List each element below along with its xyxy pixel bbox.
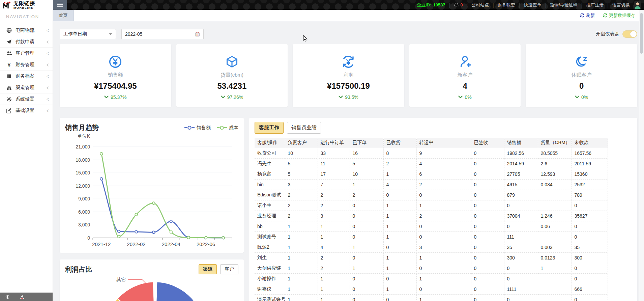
sidebar-item-payment-request[interactable]: 付款申请 < xyxy=(0,36,53,47)
stat-card-dormant-customers: 休眠客户 0 0% xyxy=(526,44,637,107)
date-type-select[interactable]: 工作单日期 xyxy=(60,29,116,39)
dashboard-toggle[interactable] xyxy=(622,30,637,38)
table-cell: 0 xyxy=(471,274,504,284)
stat-card-label: 货量(cbm) xyxy=(221,72,243,78)
table-cell: 天创供应链 xyxy=(255,263,285,274)
table-cell: 666 xyxy=(572,284,608,295)
stat-card-label: 休眠客户 xyxy=(572,72,592,78)
table-cell: 0 xyxy=(350,253,383,263)
edit-icon xyxy=(6,108,12,113)
table-cell: 0 xyxy=(471,284,504,295)
legend-item[interactable]: 销售额 xyxy=(184,125,211,131)
table-cell: 879 xyxy=(504,190,538,200)
table-cell: 28.5055 xyxy=(538,148,572,159)
tab-home[interactable]: 首页 xyxy=(53,10,74,21)
stat-card-label: 销售额 xyxy=(108,72,123,78)
sidebar-item-finance-management[interactable]: ¥ 财务管理 < xyxy=(0,59,53,70)
table-cell: 35 xyxy=(504,242,538,253)
pie-chart-buttons: 渠道客户 xyxy=(199,264,238,274)
chevron-collapse-icon: < xyxy=(47,73,49,80)
stat-card-value: 53.4231 xyxy=(217,81,247,91)
update-cache-button[interactable]: 更新数据缓存 xyxy=(603,12,635,19)
table-cell: 1 xyxy=(318,221,350,232)
user-avatar[interactable] xyxy=(634,1,641,9)
topbar-menu-language-switch[interactable]: 语言切换 xyxy=(612,2,630,8)
chevron-collapse-icon: < xyxy=(47,38,49,45)
page-scrollbar xyxy=(639,10,644,301)
pie-button-0[interactable]: 渠道 xyxy=(199,264,217,274)
table-cell: 2 xyxy=(318,200,350,211)
topbar-menu-company-site[interactable]: 公司站点 xyxy=(471,2,489,8)
book-icon xyxy=(6,74,12,79)
table-cell: 1.246 xyxy=(538,211,572,221)
table-cell: 0 xyxy=(471,295,504,301)
chevron-collapse-icon: < xyxy=(47,50,49,57)
table-row: 刘生1201103000.0123300 xyxy=(255,253,608,263)
table-cell: 1 xyxy=(383,253,416,263)
table-cell: 0 xyxy=(572,232,608,242)
tab-strip: 首页 刷新 更新数据缓存 xyxy=(53,10,644,21)
notifications[interactable]: 0 xyxy=(454,2,463,7)
table-tab-service-work[interactable]: 客服工作 xyxy=(255,122,284,134)
table-cell: 9 xyxy=(416,148,471,159)
table-header-cell: 转运中 xyxy=(416,138,471,148)
sidebar-item-finance-archives[interactable]: 财务档案 < xyxy=(0,70,53,82)
stat-card-value: 4 xyxy=(463,81,467,91)
profit-share-card: 利润占比 渠道客户 其它 xyxy=(60,259,244,301)
table-row: bin37142049150.0342532 xyxy=(255,180,608,190)
table-cell: 1 xyxy=(285,221,318,232)
table-tab-sales-performance[interactable]: 销售员业绩 xyxy=(287,122,321,134)
bell-icon xyxy=(454,2,459,7)
logo-subtitle: MORELINK xyxy=(13,6,35,9)
table-cell: 2532 xyxy=(572,180,608,190)
stat-card-percent: 97.26% xyxy=(221,94,243,100)
table-cell: 0 xyxy=(471,221,504,232)
table-cell: 测试账号 xyxy=(255,232,285,242)
table-cell: 0 xyxy=(471,232,504,242)
topbar-menu-invite-code[interactable]: 邀请码/验证码 xyxy=(550,2,578,8)
table-cell: 0 xyxy=(350,295,383,301)
table-row: bb11010000.060 xyxy=(255,221,608,232)
stat-card-label: 利润 xyxy=(343,72,353,78)
table-cell: 2 xyxy=(318,263,350,274)
sidebar-item-ecommerce-logistics[interactable]: 电商物流 < xyxy=(0,25,53,36)
refresh-button[interactable]: 刷新 xyxy=(580,12,595,19)
legend-item[interactable]: 成本 xyxy=(217,125,238,131)
gear-icon[interactable] xyxy=(5,295,10,299)
table-cell: 1 xyxy=(318,232,350,242)
svg-text:3,000: 3,000 xyxy=(78,222,90,227)
sidebar-item-system-settings[interactable]: 系统设置 < xyxy=(0,93,53,105)
topbar-menu-promo-register[interactable]: 推广注册 xyxy=(586,2,604,8)
svg-text:¥: ¥ xyxy=(8,62,11,67)
table-cell: 1 xyxy=(383,169,416,180)
hamburger-menu-icon[interactable] xyxy=(53,0,67,10)
download-icon[interactable] xyxy=(20,295,25,299)
sidebar-item-basic-settings[interactable]: 基础设置 < xyxy=(0,105,53,116)
topbar-menu-quick-search[interactable]: 快速查单 xyxy=(524,2,541,8)
table-cell xyxy=(538,295,572,301)
pie-button-1[interactable]: 客户 xyxy=(220,264,238,274)
table-cell: 0 xyxy=(350,211,383,221)
table-cell xyxy=(538,274,572,284)
table-cell: 1 xyxy=(383,221,416,232)
table-cell: 0 xyxy=(383,190,416,200)
table-cell: Edison测试 xyxy=(255,190,285,200)
date-input[interactable]: 2022-05 15 xyxy=(121,29,204,39)
scrollbar-thumb[interactable] xyxy=(640,13,643,54)
table-cell: 1 xyxy=(318,295,350,301)
stat-card-new-customers: 新客户 4 0% xyxy=(409,44,521,107)
svg-text:单位K: 单位K xyxy=(78,133,90,139)
stat-card-sales: 销售额 ¥175404.95 95.37% xyxy=(60,44,171,107)
table-cell: 0 xyxy=(504,221,538,232)
sidebar-item-channel-management[interactable]: 渠道管理 < xyxy=(0,82,53,93)
table-cell: 2 xyxy=(318,190,350,200)
svg-text:6,000: 6,000 xyxy=(78,209,90,215)
chevron-collapse-icon: < xyxy=(47,61,49,68)
topbar-menu-finance-books[interactable]: 财务账套 xyxy=(498,2,515,8)
table-cell: 5 xyxy=(350,159,383,169)
table-cell: 6 xyxy=(416,169,471,180)
service-table-card: 客服工作销售员业绩 客服/操作负责客户进行中订单已下单已收货转运中已签收销售额货… xyxy=(249,118,637,301)
sidebar-item-customer-management[interactable]: 客户管理 < xyxy=(0,47,53,59)
table-tabs: 客服工作销售员业绩 xyxy=(255,122,632,134)
table-cell: 1 xyxy=(416,200,471,211)
